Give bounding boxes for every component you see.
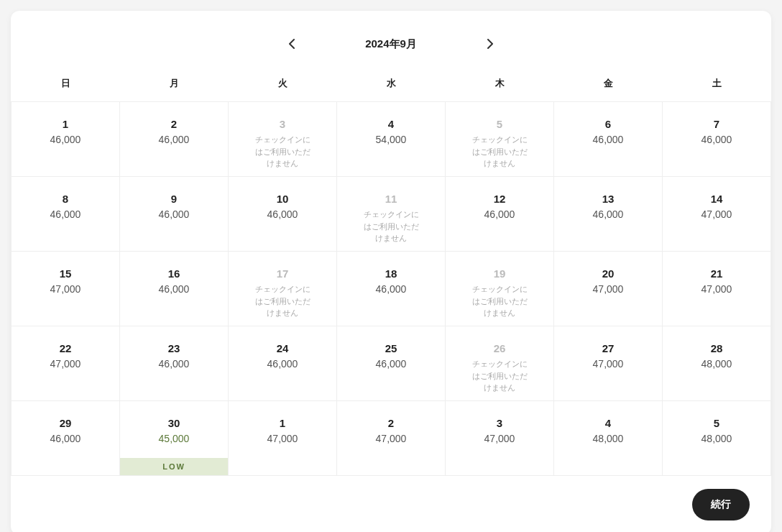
day-price: 46,000 [120, 283, 228, 295]
day-number: 18 [337, 267, 445, 280]
low-badge: LOW [120, 458, 228, 475]
day-price: 48,000 [663, 358, 770, 370]
day-number: 3 [446, 417, 553, 430]
calendar-day-cell[interactable]: 2546,000 [337, 326, 446, 401]
weekday-header: 金 [554, 67, 663, 102]
day-number: 27 [554, 342, 662, 355]
next-month-button[interactable] [482, 35, 499, 52]
calendar-day-cell: 26チェックインに はご利用いただ けません [446, 326, 554, 401]
day-number: 21 [663, 267, 770, 280]
calendar-day-cell[interactable]: 946,000 [120, 177, 229, 252]
day-price: 46,000 [120, 134, 228, 145]
day-number: 10 [229, 193, 336, 206]
day-number: 7 [663, 118, 770, 131]
day-unavailable-text: チェックインに はご利用いただ けません [229, 134, 336, 170]
day-number: 1 [229, 417, 336, 430]
day-price: 46,000 [120, 358, 228, 370]
day-number: 8 [12, 193, 119, 206]
day-number: 29 [12, 417, 119, 430]
calendar-day-cell[interactable]: 146,000 [12, 102, 120, 177]
day-price: 47,000 [446, 433, 553, 444]
weekday-header: 土 [663, 67, 771, 102]
calendar-day-cell[interactable]: 2747,000 [554, 326, 663, 401]
calendar-day-cell[interactable]: 448,000 [554, 401, 663, 476]
day-price: 47,000 [229, 433, 336, 444]
day-number: 28 [663, 342, 770, 355]
day-price: 46,000 [120, 208, 228, 220]
calendar-day-cell[interactable]: 2247,000 [12, 326, 120, 401]
calendar-day-cell[interactable]: 2047,000 [554, 252, 663, 326]
calendar-day-cell[interactable]: 1246,000 [446, 177, 554, 252]
day-price: 46,000 [12, 134, 119, 145]
day-number: 24 [229, 342, 336, 355]
calendar-day-cell[interactable]: 2446,000 [229, 326, 337, 401]
continue-button[interactable]: 続行 [692, 489, 750, 520]
calendar-day-cell[interactable]: 347,000 [446, 401, 554, 476]
calendar-grid: 日月火水木金土 146,000246,0003チェックインに はご利用いただ け… [11, 67, 771, 476]
calendar-day-cell[interactable]: 1547,000 [12, 252, 120, 326]
calendar-day-cell[interactable]: 147,000 [229, 401, 337, 476]
calendar-day-cell[interactable]: 2946,000 [12, 401, 120, 476]
calendar-day-cell[interactable]: 1346,000 [554, 177, 663, 252]
calendar-week-row: 146,000246,0003チェックインに はご利用いただ けません454,0… [12, 102, 771, 177]
day-number: 2 [337, 417, 445, 430]
day-price: 54,000 [337, 134, 445, 145]
day-unavailable-text: チェックインに はご利用いただ けません [229, 283, 336, 319]
calendar-day-cell[interactable]: 548,000 [663, 401, 771, 476]
day-number: 22 [12, 342, 119, 355]
day-price: 48,000 [554, 433, 662, 444]
calendar-day-cell[interactable]: 1846,000 [337, 252, 446, 326]
day-number: 16 [120, 267, 228, 280]
day-price: 46,000 [12, 208, 119, 220]
calendar-day-cell: 17チェックインに はご利用いただ けません [229, 252, 337, 326]
day-number: 4 [337, 118, 445, 131]
calendar-day-cell[interactable]: 2147,000 [663, 252, 771, 326]
calendar-day-cell[interactable]: 746,000 [663, 102, 771, 177]
day-number: 4 [554, 417, 662, 430]
calendar-day-cell: 3チェックインに はご利用いただ けません [229, 102, 337, 177]
weekday-header: 水 [337, 67, 446, 102]
day-number: 6 [554, 118, 662, 131]
day-number: 2 [120, 118, 228, 131]
calendar-week-row: 2247,0002346,0002446,0002546,00026チェックイン… [12, 326, 771, 401]
day-price: 47,000 [12, 283, 119, 295]
calendar-day-cell[interactable]: 454,000 [337, 102, 446, 177]
day-price: 45,000 [120, 433, 228, 444]
day-price: 47,000 [663, 283, 770, 295]
day-number: 5 [446, 118, 553, 131]
calendar-day-cell: 11チェックインに はご利用いただ けません [337, 177, 446, 252]
day-price: 46,000 [554, 134, 662, 145]
prev-month-button[interactable] [283, 35, 300, 52]
day-number: 9 [120, 193, 228, 206]
weekday-row: 日月火水木金土 [12, 67, 771, 102]
calendar-day-cell[interactable]: 247,000 [337, 401, 446, 476]
calendar-day-cell[interactable]: 646,000 [554, 102, 663, 177]
weekday-header: 火 [229, 67, 337, 102]
day-number: 19 [446, 267, 553, 280]
calendar-day-cell[interactable]: 1046,000 [229, 177, 337, 252]
month-title: 2024年9月 [365, 37, 417, 51]
calendar-footer: 続行 [11, 476, 771, 520]
calendar-day-cell[interactable]: 3045,000LOW [120, 401, 229, 476]
day-number: 12 [446, 193, 553, 206]
calendar-day-cell[interactable]: 2848,000 [663, 326, 771, 401]
calendar-week-row: 846,000946,0001046,00011チェックインに はご利用いただ … [12, 177, 771, 252]
calendar-week-row: 2946,0003045,000LOW147,000247,000347,000… [12, 401, 771, 476]
calendar-day-cell[interactable]: 1646,000 [120, 252, 229, 326]
day-number: 25 [337, 342, 445, 355]
day-number: 20 [554, 267, 662, 280]
calendar-day-cell[interactable]: 846,000 [12, 177, 120, 252]
day-unavailable-text: チェックインに はご利用いただ けません [446, 358, 553, 394]
calendar-day-cell: 19チェックインに はご利用いただ けません [446, 252, 554, 326]
calendar-card: 2024年9月 日月火水木金土 146,000246,0003チェックインに は… [11, 11, 771, 532]
calendar-day-cell[interactable]: 2346,000 [120, 326, 229, 401]
day-price: 46,000 [554, 208, 662, 220]
calendar-day-cell[interactable]: 246,000 [120, 102, 229, 177]
day-number: 23 [120, 342, 228, 355]
day-price: 46,000 [446, 208, 553, 220]
day-price: 47,000 [554, 358, 662, 370]
day-number: 1 [12, 118, 119, 131]
day-price: 47,000 [663, 208, 770, 220]
day-unavailable-text: チェックインに はご利用いただ けません [337, 208, 445, 244]
calendar-day-cell[interactable]: 1447,000 [663, 177, 771, 252]
